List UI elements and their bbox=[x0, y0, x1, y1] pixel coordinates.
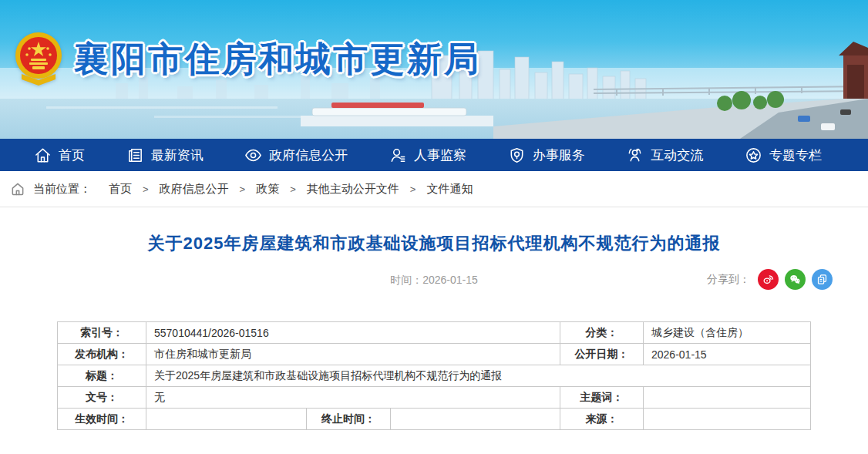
nav-label: 办事服务 bbox=[533, 146, 585, 164]
home-icon bbox=[34, 146, 52, 164]
nav-item-special-topics[interactable]: 专题专栏 bbox=[745, 146, 822, 164]
news-icon bbox=[126, 146, 144, 164]
effective-date-label: 生效时间： bbox=[57, 409, 146, 430]
main-nav: 首页 最新资讯 政府信息公开 人事监察 办事服务 bbox=[0, 139, 868, 171]
breadcrumb-item-policy[interactable]: 政策 bbox=[256, 182, 279, 197]
site-banner: 襄阳市住房和城市更新局 bbox=[0, 0, 868, 139]
article-meta: 时间：2026-01-15 分享到： bbox=[0, 269, 868, 291]
table-row-title: 标题： 关于2025年房屋建筑和市政基础设施项目招标代理机构不规范行为的通报 bbox=[57, 365, 810, 387]
index-number-value: 557010441/2026-01516 bbox=[146, 322, 560, 344]
issuing-agency-label: 发布机构： bbox=[57, 344, 146, 365]
brand: 襄阳市住房和城市更新局 bbox=[14, 31, 481, 86]
weibo-icon bbox=[762, 273, 775, 286]
nav-label: 政府信息公开 bbox=[269, 146, 348, 164]
eye-icon bbox=[244, 146, 262, 164]
page: 襄阳市住房和城市更新局 首页 最新资讯 政府信息公开 人事监察 bbox=[0, 0, 868, 454]
breadcrumb: 当前位置： 首页 > 政府信息公开 > 政策 > 其他主动公开文件 > 文件通知 bbox=[0, 171, 868, 207]
breadcrumb-prefix: 当前位置： bbox=[33, 182, 91, 197]
breadcrumb-separator: > bbox=[290, 183, 296, 195]
share-bar: 分享到： bbox=[707, 269, 833, 290]
nav-item-interaction[interactable]: 互动交流 bbox=[626, 146, 703, 164]
nav-label: 首页 bbox=[59, 146, 85, 164]
nav-label: 人事监察 bbox=[414, 146, 466, 164]
keywords-label: 主题词： bbox=[560, 387, 644, 409]
star-circle-icon bbox=[745, 146, 762, 164]
wechat-icon bbox=[789, 273, 802, 286]
nav-item-home[interactable]: 首页 bbox=[34, 146, 85, 164]
article-title: 关于2025年房屋建筑和市政基础设施项目招标代理机构不规范行为的通报 bbox=[0, 232, 868, 255]
nav-item-gov-info[interactable]: 政府信息公开 bbox=[244, 146, 348, 164]
breadcrumb-item-home[interactable]: 首页 bbox=[109, 182, 132, 197]
breadcrumb-separator: > bbox=[240, 183, 246, 195]
share-weibo-button[interactable] bbox=[758, 269, 779, 290]
publish-date-value: 2026-01-15 bbox=[644, 344, 811, 365]
breadcrumb-item-other-public-docs[interactable]: 其他主动公开文件 bbox=[307, 182, 399, 197]
share-copy-button[interactable] bbox=[812, 269, 833, 290]
category-value: 城乡建设（含住房） bbox=[644, 322, 811, 344]
copy-document-icon bbox=[816, 273, 829, 286]
doc-number-label: 文号： bbox=[57, 387, 146, 409]
issuing-agency-value: 市住房和城市更新局 bbox=[146, 344, 560, 365]
person-icon bbox=[389, 146, 407, 164]
table-row-index-category: 索引号： 557010441/2026-01516 分类： 城乡建设（含住房） bbox=[57, 322, 810, 344]
effective-date-value bbox=[146, 409, 306, 430]
table-row-dates-source: 生效时间： 终止时间： 来源： bbox=[57, 409, 810, 430]
nav-item-news[interactable]: 最新资讯 bbox=[126, 146, 204, 164]
nav-label: 最新资讯 bbox=[151, 146, 204, 164]
source-label: 来源： bbox=[560, 409, 644, 430]
expiry-date-label: 终止时间： bbox=[306, 409, 390, 430]
breadcrumb-separator: > bbox=[143, 183, 149, 195]
chat-people-icon bbox=[626, 146, 644, 164]
nav-item-services[interactable]: 办事服务 bbox=[508, 146, 585, 164]
nav-label: 互动交流 bbox=[651, 146, 703, 164]
source-value bbox=[644, 409, 811, 430]
doc-title-value: 关于2025年房屋建筑和市政基础设施项目招标代理机构不规范行为的通报 bbox=[146, 365, 810, 387]
breadcrumb-item-gov-info[interactable]: 政府信息公开 bbox=[160, 182, 229, 197]
nav-item-personnel[interactable]: 人事监察 bbox=[389, 146, 466, 164]
site-title: 襄阳市住房和城市更新局 bbox=[74, 42, 481, 76]
time-label: 时间： bbox=[390, 274, 422, 286]
time-value: 2026-01-15 bbox=[422, 274, 478, 286]
table-row-number-keywords: 文号： 无 主题词： bbox=[57, 387, 810, 409]
china-national-emblem-icon bbox=[14, 31, 63, 86]
index-number-label: 索引号： bbox=[57, 322, 146, 344]
article-main: 关于2025年房屋建筑和市政基础设施项目招标代理机构不规范行为的通报 时间：20… bbox=[0, 232, 868, 430]
table-row-agency-date: 发布机构： 市住房和城市更新局 公开日期： 2026-01-15 bbox=[57, 344, 810, 365]
home-icon bbox=[10, 181, 25, 197]
nav-label: 专题专栏 bbox=[769, 146, 822, 164]
shield-icon bbox=[508, 146, 526, 164]
breadcrumb-item-document-notice[interactable]: 文件通知 bbox=[426, 182, 473, 197]
doc-number-value: 无 bbox=[146, 387, 560, 409]
keywords-value bbox=[644, 387, 811, 409]
doc-title-label: 标题： bbox=[57, 365, 146, 387]
publish-date-label: 公开日期： bbox=[560, 344, 644, 365]
expiry-date-value bbox=[390, 409, 560, 430]
category-label: 分类： bbox=[560, 322, 644, 344]
document-info-table: 索引号： 557010441/2026-01516 分类： 城乡建设（含住房） … bbox=[57, 321, 811, 430]
breadcrumb-separator: > bbox=[410, 183, 416, 195]
share-wechat-button[interactable] bbox=[785, 269, 806, 290]
share-label: 分享到： bbox=[707, 273, 750, 287]
